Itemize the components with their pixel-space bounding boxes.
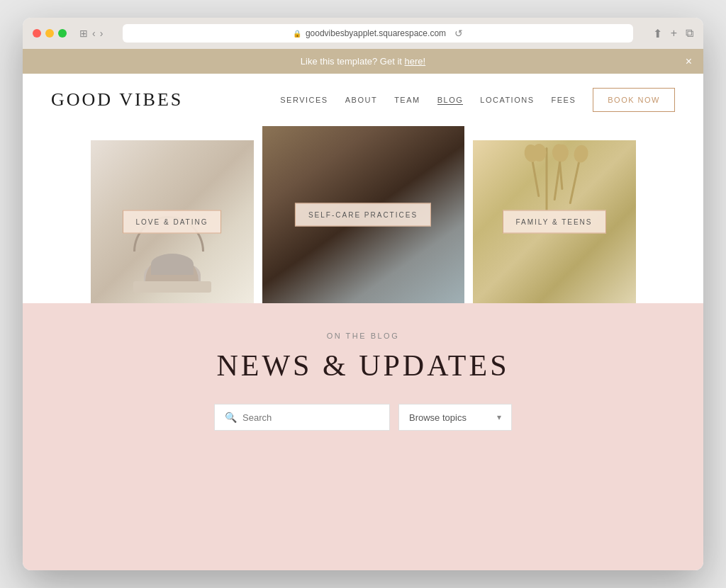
blog-controls: 🔍 Browse topics ▾ [214, 404, 512, 431]
address-bar[interactable]: 🔒 goodvibesbyapplet.squarespace.com ↺ [123, 24, 632, 43]
announcement-bar: Like this template? Get it here! × [23, 49, 703, 74]
nav-fees[interactable]: FEES [552, 96, 576, 104]
blog-section: ON THE BLOG NEWS & UPDATES 🔍 Browse topi… [23, 303, 703, 570]
nav-about[interactable]: ABOUT [345, 96, 377, 104]
blog-category-images: LOVE & DATING SELF-CARE PRACTICES [23, 126, 703, 303]
nav-locations[interactable]: LOCATIONS [480, 96, 534, 104]
self-care-label: SELF-CARE PRACTICES [295, 203, 431, 227]
blog-card-love-dating[interactable]: LOVE & DATING [91, 140, 254, 303]
lock-icon: 🔒 [293, 30, 301, 38]
reload-icon[interactable]: ↺ [454, 28, 463, 39]
announcement-text: Like this template? Get it here! [301, 56, 425, 67]
search-icon: 🔍 [225, 412, 237, 423]
minimize-button[interactable] [45, 29, 54, 38]
blog-card-family-teens[interactable]: FAMILY & TEENS [473, 140, 636, 303]
grass-decoration [537, 147, 571, 211]
traffic-lights [33, 29, 67, 38]
book-now-button[interactable]: BOOK NOW [593, 88, 675, 112]
maximize-button[interactable] [58, 29, 67, 38]
website-content: Like this template? Get it here! × GOOD … [23, 49, 703, 570]
love-dating-label: LOVE & DATING [123, 210, 222, 234]
browser-controls: ⊞ ‹ › [79, 28, 103, 39]
nav-services[interactable]: SERVICES [280, 96, 328, 104]
family-teens-label: FAMILY & TEENS [502, 210, 605, 234]
search-input[interactable] [242, 412, 379, 423]
tabs-icon[interactable]: ⧉ [686, 27, 693, 40]
url-text: goodvibesbyapplet.squarespace.com [306, 28, 446, 38]
nav-links: SERVICES ABOUT TEAM BLOG LOCATIONS FEES … [280, 88, 675, 112]
blog-card-self-care[interactable]: SELF-CARE PRACTICES [262, 126, 464, 303]
browse-topics-dropdown[interactable]: Browse topics ▾ [398, 404, 512, 431]
chevron-down-icon: ▾ [497, 412, 501, 422]
new-tab-icon[interactable]: + [671, 27, 677, 40]
announcement-close-icon[interactable]: × [686, 55, 692, 68]
search-box[interactable]: 🔍 [214, 404, 390, 431]
nav-blog[interactable]: BLOG [437, 96, 464, 105]
navigation: GOOD VIBES SERVICES ABOUT TEAM BLOG LOCA… [23, 74, 703, 126]
browse-topics-label: Browse topics [409, 412, 467, 423]
announcement-link[interactable]: here! [405, 56, 426, 67]
sidebar-toggle-icon[interactable]: ⊞ [79, 28, 88, 39]
browser-actions: ⬆ + ⧉ [653, 27, 693, 40]
blog-title: NEWS & UPDATES [216, 349, 509, 383]
forward-icon[interactable]: › [100, 28, 104, 39]
back-icon[interactable]: ‹ [92, 28, 96, 39]
logo[interactable]: GOOD VIBES [51, 89, 183, 111]
close-button[interactable] [33, 29, 41, 38]
browser-window: ⊞ ‹ › 🔒 goodvibesbyapplet.squarespace.co… [23, 18, 703, 570]
browser-titlebar: ⊞ ‹ › 🔒 goodvibesbyapplet.squarespace.co… [23, 18, 703, 49]
blog-subtitle: ON THE BLOG [327, 332, 399, 340]
share-icon[interactable]: ⬆ [653, 27, 662, 40]
nav-team[interactable]: TEAM [394, 96, 420, 104]
